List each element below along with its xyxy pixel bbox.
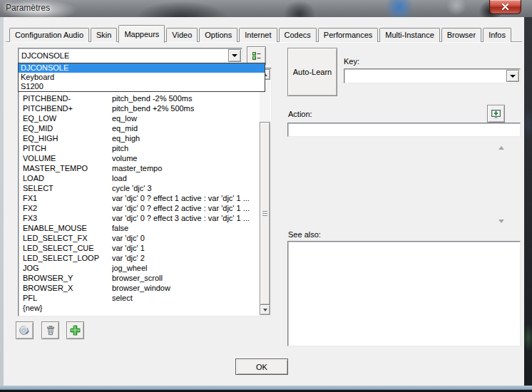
device-option-label: DJCONSOLE [21,63,68,72]
mapping-row[interactable]: PITCHBEND+ pitch_bend +2% 500ms [19,103,259,113]
tab-label: Infos [488,31,506,39]
mapping-key: MASTER_TEMPO [19,163,112,173]
tab-label: Video [172,31,192,39]
mapping-key: FX1 [19,193,112,203]
titlebar: Paramètres [0,0,532,17]
action-capture-button[interactable] [487,105,505,123]
mapping-row[interactable]: FX2 var 'djc' 0 ? effect 2 active : var … [19,203,259,213]
mapping-key: {new} [19,303,112,313]
mapping-row[interactable]: BROWSER_X browser_window [19,283,259,293]
settings-window: Paramètres Configuration Audio Skin [0,0,532,392]
device-combobox[interactable]: DJCONSOLE [18,48,242,63]
mapping-action: jog_wheel [112,263,259,273]
tab[interactable]: Multi-Instance [379,28,439,42]
mapping-action [112,303,259,313]
tab[interactable]: Skin [91,28,117,42]
ok-button[interactable]: OK [235,359,288,375]
scrollbar-thumb[interactable] [260,122,270,305]
tab[interactable]: Codecs [279,28,317,42]
mapping-action: var 'djc' 2 [112,253,259,263]
see-also-listbox[interactable] [287,241,521,346]
mapping-list-scrollbar[interactable] [260,69,270,315]
tab-label: Internet [245,31,271,39]
window-title: Paramètres [6,3,50,13]
action-scroll-up-icon[interactable] [498,146,504,150]
chevron-down-icon [510,75,516,78]
add-mapping-button[interactable] [66,321,84,339]
monitor-download-icon [490,108,502,120]
mapping-action: browser_window [112,283,259,293]
mapping-action: eq_mid [112,123,259,133]
mapping-row[interactable]: EQ_LOW eq_low [19,113,259,123]
mapping-row[interactable]: ENABLE_MOUSE false [19,223,259,233]
mapping-row[interactable]: MASTER_TEMPO master_tempo [19,163,259,173]
tab[interactable]: Internet [239,28,277,42]
tab[interactable]: Options [199,28,237,42]
mapping-row[interactable]: PITCHBEND- pitch_bend -2% 500ms [19,93,259,103]
mapping-action: load [112,173,259,183]
tab[interactable]: Performances [318,28,378,42]
action-input[interactable] [287,123,521,137]
see-also-label: See also: [288,230,321,239]
mapping-row[interactable]: JOG jog_wheel [19,263,259,273]
device-option-label: S1200 [21,82,44,91]
mapping-row[interactable]: SELECT cycle 'djc' 3 [19,183,259,193]
device-combobox-dropdown-button[interactable] [228,49,241,62]
mapper-wizard-button[interactable] [16,321,34,339]
mapping-key: PITCHBEND- [19,93,112,103]
mapping-row[interactable]: PFL select [19,293,259,303]
device-option[interactable]: S1200 [19,82,265,91]
mapping-row[interactable]: LED_SELECT_LOOP var 'djc' 2 [19,253,259,263]
auto-learn-label: Auto-Learn [293,68,332,76]
device-option[interactable]: Keyboard [19,73,265,82]
scroll-down-button[interactable] [260,304,270,315]
key-combobox[interactable] [344,68,521,83]
close-icon [501,4,509,10]
mapping-row[interactable]: VOLUME volume [19,153,259,163]
key-combobox-dropdown-button[interactable] [506,70,519,82]
tab[interactable]: Mappeurs [118,25,165,43]
tab[interactable]: Configuration Audio [9,28,89,42]
auto-learn-button[interactable]: Auto-Learn [287,48,337,96]
mapping-row[interactable]: FX3 var 'djc' 0 ? effect 3 active : var … [19,213,259,223]
mapping-action: var 'djc' 0 [112,233,259,243]
mapping-key: LED_SELECT_FX [19,233,112,243]
mapping-rows: PITCHBEND- pitch_bend -2% 500ms PITCHBEN… [19,93,259,315]
mapping-action: eq_high [112,133,259,143]
window-border-right [524,17,532,386]
tab[interactable]: Infos [483,28,511,42]
mapping-listbox[interactable]: PITCHBEND- pitch_bend -2% 500ms PITCHBEN… [18,68,272,316]
tab-label: Codecs [285,31,311,39]
mapping-row[interactable]: LED_SELECT_FX var 'djc' 0 [19,233,259,243]
tab-label: Browser [447,31,476,39]
tab-label: Mappeurs [124,30,159,38]
plus-icon [69,324,81,336]
device-combobox-value: DJCONSOLE [21,51,69,61]
mapping-action: pitch_bend -2% 500ms [112,93,259,103]
device-option[interactable]: DJCONSOLE [19,63,265,73]
delete-mapping-button[interactable] [41,321,59,339]
mapping-row[interactable]: EQ_MID eq_mid [19,123,259,133]
mapping-key: BROWSER_Y [19,273,112,283]
mapping-row[interactable]: LOAD load [19,173,259,183]
mapping-row[interactable]: PITCH pitch [19,143,259,153]
scroll-down-icon [263,309,267,311]
tab[interactable]: Video [166,28,198,42]
mapping-row[interactable]: BROWSER_Y browser_scroll [19,273,259,283]
mapping-key: EQ_HIGH [19,133,112,143]
action-label: Action: [288,110,312,118]
mapping-action: cycle 'djc' 3 [112,183,259,193]
mapping-row[interactable]: {new} [19,303,259,313]
mapping-key: BROWSER_X [19,283,112,293]
mapping-key: SELECT [19,183,112,193]
mapping-row[interactable]: FX1 var 'djc' 0 ? effect 1 active : var … [19,193,259,203]
device-dropdown-popup: DJCONSOLE Keyboard S1200 [18,63,265,92]
mapping-row[interactable]: EQ_HIGH eq_high [19,133,259,143]
close-button[interactable] [489,0,521,14]
tab[interactable]: Browser [441,28,481,42]
action-scroll-down-icon[interactable] [498,220,504,223]
mapping-row[interactable]: LED_SELECT_CUE var 'djc' 1 [19,243,259,253]
mapping-action: browser_scroll [112,273,259,283]
chevron-down-icon [232,54,237,57]
scrollbar-grip-icon [262,211,267,216]
